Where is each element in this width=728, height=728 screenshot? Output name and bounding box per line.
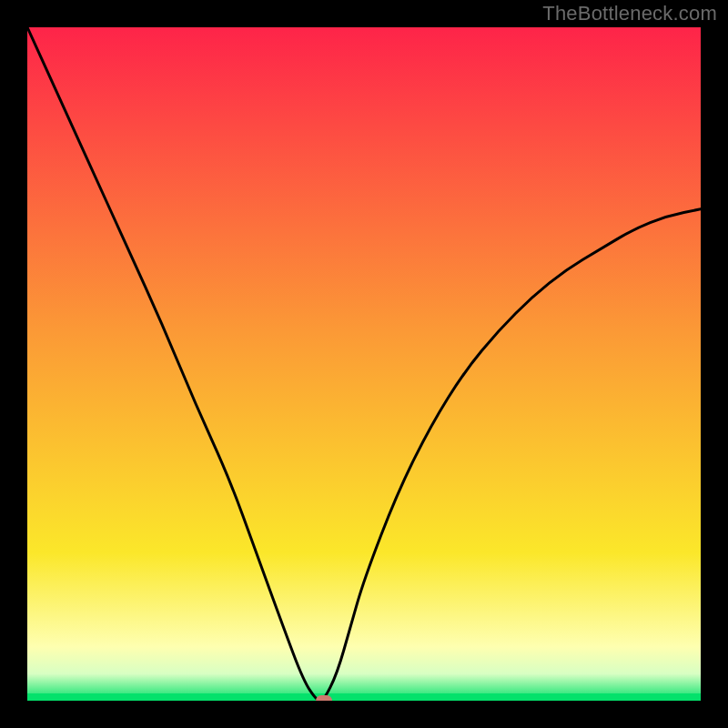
gradient-background: [27, 27, 701, 701]
plot-area: [27, 27, 701, 701]
minimum-marker: [316, 695, 332, 701]
chart-frame: TheBottleneck.com: [0, 0, 728, 728]
chart-svg: [27, 27, 701, 701]
green-band: [27, 693, 701, 701]
watermark-label: TheBottleneck.com: [542, 2, 717, 25]
